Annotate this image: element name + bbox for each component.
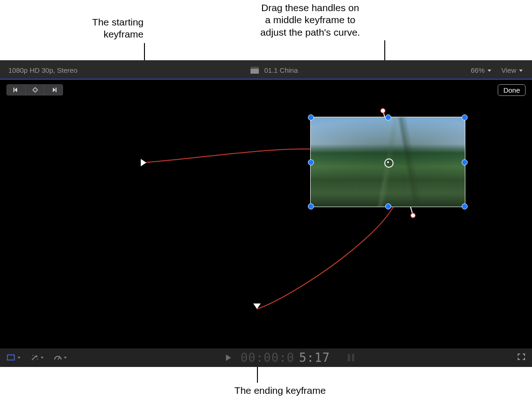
enhance-menu[interactable] xyxy=(31,354,44,361)
resize-handle-tm[interactable] xyxy=(385,114,391,120)
callout-text: The starting keyframe xyxy=(92,17,144,39)
next-keyframe-button[interactable] xyxy=(44,85,63,95)
viewer-window: 1080p HD 30p, Stereo 01.1 China 66% View xyxy=(0,60,532,367)
keyframe-arrow-icon xyxy=(253,303,261,309)
chevron-down-icon xyxy=(18,357,20,359)
fullscreen-icon xyxy=(517,353,526,360)
timecode-dim: 00:00:0 xyxy=(240,351,294,365)
callout-text: The ending keyframe xyxy=(234,385,325,396)
viewer-bottombar: 00:00:05:17 xyxy=(0,348,532,367)
resize-handle-ml[interactable] xyxy=(308,159,314,165)
svg-rect-2 xyxy=(13,88,14,92)
next-keyframe-icon xyxy=(50,87,57,93)
svg-point-10 xyxy=(32,355,33,356)
chevron-down-icon xyxy=(41,357,44,359)
chevron-down-icon xyxy=(488,69,491,72)
fullscreen-button[interactable] xyxy=(517,354,526,362)
transform-frame[interactable] xyxy=(310,117,465,207)
svg-line-12 xyxy=(58,357,60,360)
svg-point-5 xyxy=(381,108,385,113)
resize-handle-bm[interactable] xyxy=(385,203,391,209)
add-delete-keyframe-button[interactable] xyxy=(25,85,44,95)
chevron-down-icon xyxy=(64,357,67,359)
resize-handle-tr[interactable] xyxy=(462,114,468,120)
previous-keyframe-icon xyxy=(13,87,20,93)
callout-end-keyframe: The ending keyframe xyxy=(229,385,331,397)
crop-tool-icon xyxy=(6,354,16,361)
callout-start-keyframe: The starting keyframe xyxy=(65,16,144,41)
done-button-label: Done xyxy=(503,86,520,94)
svg-rect-13 xyxy=(348,354,350,361)
zoom-value: 66% xyxy=(471,66,485,74)
add-delete-keyframe-icon xyxy=(31,87,39,93)
clapperboard-icon xyxy=(250,67,259,74)
resize-handle-mr[interactable] xyxy=(462,159,468,165)
clip-title: 01.1 China xyxy=(264,66,298,74)
svg-rect-0 xyxy=(250,69,259,74)
svg-point-6 xyxy=(411,213,415,218)
anchor-point[interactable] xyxy=(384,158,394,168)
chevron-down-icon xyxy=(519,69,523,72)
done-button[interactable]: Done xyxy=(498,84,526,96)
resize-handle-tl[interactable] xyxy=(308,114,314,120)
audio-meter-icon xyxy=(346,353,358,363)
timecode-display[interactable]: 00:00:05:17 xyxy=(78,351,506,365)
viewer-topbar: 1080p HD 30p, Stereo 01.1 China 66% View xyxy=(0,61,532,80)
retime-menu[interactable] xyxy=(54,354,67,361)
view-menu-label: View xyxy=(501,66,516,74)
retime-speed-icon xyxy=(54,354,62,361)
zoom-menu[interactable]: 66% xyxy=(471,66,491,74)
resize-handle-br[interactable] xyxy=(462,203,468,209)
svg-point-11 xyxy=(37,359,38,360)
svg-rect-3 xyxy=(56,88,56,92)
timecode-value: 5:17 xyxy=(299,351,330,365)
enhance-wand-icon xyxy=(31,354,39,361)
svg-rect-14 xyxy=(352,354,354,361)
keyframe-nav-segment xyxy=(6,84,63,95)
svg-rect-9 xyxy=(7,355,14,360)
viewer-canvas[interactable]: Done xyxy=(0,80,532,348)
previous-keyframe-button[interactable] xyxy=(7,85,25,95)
format-label: 1080p HD 30p, Stereo xyxy=(0,66,77,74)
resize-handle-bl[interactable] xyxy=(308,203,314,209)
callout-curve-handles: Drag these handles on a middle keyframe … xyxy=(232,2,389,38)
crop-tool-menu[interactable] xyxy=(6,354,20,361)
keyframe-arrow-icon xyxy=(141,159,146,166)
view-menu[interactable]: View xyxy=(501,66,523,74)
play-icon xyxy=(226,354,231,361)
callout-text: Drag these handles on a middle keyframe … xyxy=(232,2,389,38)
